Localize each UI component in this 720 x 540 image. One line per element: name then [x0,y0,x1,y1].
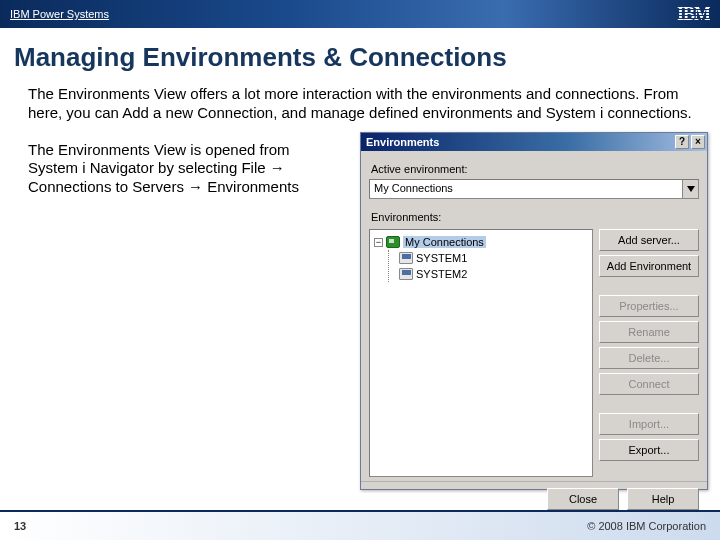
arrow-icon: → [188,178,203,195]
environments-label: Environments: [371,211,699,223]
environments-tree[interactable]: − My Connections SYSTEM1 SYSTEM2 [369,229,593,477]
collapse-icon[interactable]: − [374,238,383,247]
tree-root-label: My Connections [403,236,486,248]
help-titlebar-button[interactable]: ? [675,135,689,149]
rename-button[interactable]: Rename [599,321,699,343]
para2-suffix: Environments [203,178,299,195]
paragraph-1: The Environments View offers a lot more … [28,85,704,123]
tree-child[interactable]: SYSTEM2 [399,266,588,282]
brand-text: IBM Power Systems [10,8,109,20]
active-env-label: Active environment: [371,163,699,175]
dialog-titlebar: Environments ? × [361,133,707,151]
dialog-title-text: Environments [366,136,439,148]
active-env-value: My Connections [370,180,682,198]
chevron-down-icon [687,186,695,192]
close-button[interactable]: Close [547,488,619,510]
properties-button[interactable]: Properties... [599,295,699,317]
server-icon [399,268,413,280]
svg-marker-0 [687,186,695,192]
add-environment-button[interactable]: Add Environment [599,255,699,277]
combo-dropdown-button[interactable] [682,180,698,198]
tree-child-label: SYSTEM2 [416,268,467,280]
page-title: Managing Environments & Connections [14,42,720,73]
para2-mid: Connections to Servers [28,178,188,195]
server-icon [399,252,413,264]
ibm-logo: IBM [677,4,710,25]
tree-child-label: SYSTEM1 [416,252,467,264]
connect-button[interactable]: Connect [599,373,699,395]
add-server-button[interactable]: Add server... [599,229,699,251]
import-button[interactable]: Import... [599,413,699,435]
arrow-icon: → [270,159,285,176]
paragraph-2: The Environments View is opened from Sys… [28,141,338,197]
active-env-combo[interactable]: My Connections [369,179,699,199]
environment-icon [386,236,400,248]
help-button[interactable]: Help [627,488,699,510]
para2-prefix: The Environments View is opened from Sys… [28,141,290,177]
environments-dialog: Environments ? × Active environment: My … [360,132,708,490]
slide-footer: 13 © 2008 IBM Corporation [0,510,720,540]
close-titlebar-button[interactable]: × [691,135,705,149]
copyright-text: © 2008 IBM Corporation [587,520,706,532]
tree-child[interactable]: SYSTEM1 [399,250,588,266]
export-button[interactable]: Export... [599,439,699,461]
slide-header: IBM Power Systems IBM [0,0,720,28]
delete-button[interactable]: Delete... [599,347,699,369]
dialog-side-buttons: Add server... Add Environment Properties… [599,229,699,477]
page-number: 13 [14,520,26,532]
tree-root[interactable]: − My Connections [374,234,588,250]
